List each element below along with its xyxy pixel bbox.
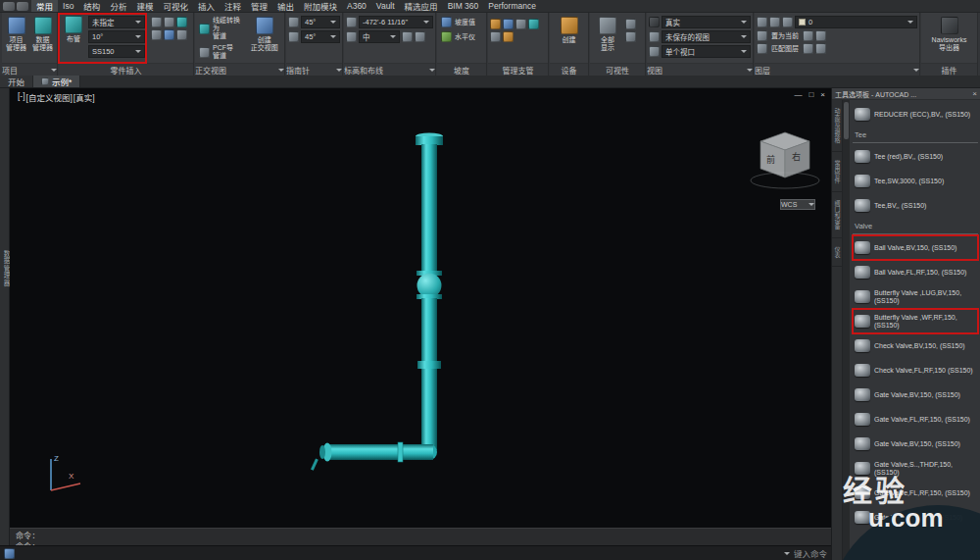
palette-item[interactable]: Check Valve,FL,RF,150 (SS150) bbox=[853, 358, 978, 382]
palette-item[interactable]: Gate Valve,BV,150, (SS150) bbox=[853, 382, 978, 407]
scrollbar-thumb[interactable] bbox=[844, 102, 849, 139]
current-layer-select[interactable]: 0 bbox=[795, 16, 917, 28]
make-current-button[interactable]: 置为当前 bbox=[769, 31, 801, 41]
end-valve[interactable] bbox=[311, 443, 331, 471]
palette-item[interactable]: Butterfly Valve ,LUG,BV,150, (SS150) bbox=[853, 284, 978, 309]
top-flange[interactable] bbox=[416, 133, 443, 146]
ribbon-tab[interactable]: 精选应用 bbox=[400, 0, 443, 12]
restore-icon[interactable]: □ bbox=[808, 90, 813, 99]
palette-tab[interactable]: 仪表 bbox=[832, 238, 842, 267]
insert-tee-icon[interactable] bbox=[164, 17, 174, 27]
close-icon[interactable]: × bbox=[820, 90, 825, 99]
layer-off-icon[interactable] bbox=[803, 43, 813, 54]
pipe-spec-select[interactable]: SS150 bbox=[88, 45, 145, 58]
line-number-select[interactable]: 未指定 bbox=[88, 16, 145, 28]
command-line[interactable]: 键入命令 bbox=[0, 545, 831, 560]
pipe-coupling[interactable] bbox=[417, 361, 441, 369]
ribbon-tab[interactable]: BIM 360 bbox=[443, 0, 484, 12]
data-manager-button[interactable]: 数据 管理器 bbox=[30, 16, 55, 52]
hide-icon[interactable] bbox=[625, 19, 636, 29]
isolate-icon[interactable] bbox=[625, 31, 636, 42]
palette-item[interactable]: Gate Valve,BV,150, (SS150) bbox=[853, 432, 978, 456]
panel-label-slope[interactable]: 坡度 bbox=[437, 63, 486, 76]
create-ortho-view-button[interactable]: 创建 正交视图 bbox=[246, 16, 282, 52]
ribbon-tab[interactable]: 管理 bbox=[246, 0, 272, 12]
panel-label-part-insert[interactable]: 零件插入 bbox=[59, 63, 193, 76]
visual-style-select[interactable]: 真实 bbox=[662, 16, 751, 28]
make-current-icon[interactable] bbox=[757, 30, 767, 41]
layer-lock-icon[interactable] bbox=[815, 43, 826, 54]
app-menu-icon[interactable] bbox=[3, 2, 15, 11]
customize-icon[interactable] bbox=[4, 548, 15, 559]
ribbon-tab[interactable]: A360 bbox=[342, 0, 371, 12]
panel-label-project[interactable]: 项目 bbox=[2, 63, 57, 76]
ribbon-tab[interactable]: Iso bbox=[58, 0, 78, 12]
palette-item[interactable]: Ball Valve,BV,150, (SS150) bbox=[853, 235, 978, 260]
viewcube[interactable]: 前 右 bbox=[749, 124, 831, 202]
ribbon-tab[interactable]: 插入 bbox=[193, 0, 220, 12]
ribbon-tab[interactable]: 结构 bbox=[78, 0, 105, 12]
panel-label-layers[interactable]: 图层 bbox=[755, 63, 919, 76]
viewport-config-select[interactable]: 单个视口 bbox=[662, 45, 751, 58]
ribbon-tab[interactable]: 建模 bbox=[131, 0, 158, 12]
tool-palette-header[interactable]: 工具选项板 - AUTOCAD ... × bbox=[832, 88, 980, 100]
routing-mode-select[interactable]: 中 bbox=[359, 30, 400, 43]
workspace-icon[interactable] bbox=[17, 2, 28, 11]
project-manager-button[interactable]: 项目 管理器 bbox=[4, 16, 28, 52]
insert-cap-icon[interactable] bbox=[176, 29, 187, 40]
panel-label-visibility[interactable]: 可视性 bbox=[590, 63, 645, 76]
snap-icon[interactable] bbox=[415, 31, 425, 42]
horizontal-pipe[interactable] bbox=[325, 444, 433, 460]
drawing-viewport[interactable]: [-] [自定义视图] [真实] — □ × bbox=[10, 88, 831, 560]
layer-freeze-icon[interactable] bbox=[815, 30, 826, 41]
layer-state-icon[interactable] bbox=[769, 17, 780, 27]
palette-item[interactable]: Gate Valve,FL,RF,150, (SS150) bbox=[853, 407, 978, 432]
visual-style-icon[interactable] bbox=[649, 17, 660, 27]
ribbon-tab[interactable]: 分析 bbox=[105, 0, 131, 12]
ribbon-tab[interactable]: 注释 bbox=[220, 0, 246, 12]
pcf-to-pipe-button[interactable]: PCF导 管道 bbox=[197, 43, 244, 61]
ribbon-tab[interactable]: 输出 bbox=[272, 0, 299, 12]
panel-label-plugins[interactable]: 插件 bbox=[921, 63, 977, 76]
match-layer-button[interactable]: 匹配图层 bbox=[769, 44, 801, 54]
palette-item[interactable]: Check Valve,BV,150, (SS150) bbox=[853, 333, 978, 358]
palette-item[interactable]: Tee (red),BV,, (SS150) bbox=[853, 144, 978, 169]
viewport-style-menu[interactable]: [真实] bbox=[74, 91, 95, 103]
panel-label-ortho[interactable]: 正交视图 bbox=[195, 63, 284, 76]
olet-icon[interactable] bbox=[490, 19, 501, 29]
insert-valve-icon[interactable] bbox=[151, 29, 162, 40]
create-equipment-button[interactable]: 创建 bbox=[554, 16, 585, 44]
palette-item[interactable]: Tee,SW,3000, (SS150) bbox=[853, 169, 978, 193]
ribbon-tab[interactable]: Vault bbox=[371, 0, 400, 12]
ribbon-tab[interactable]: 附加模块 bbox=[299, 0, 342, 12]
panel-label-elevation[interactable]: 标高和布线 bbox=[344, 63, 435, 76]
palette-item[interactable]: Butterfly Valve ,WF,RF,150, (SS150) bbox=[853, 309, 978, 333]
convert-line-to-pipe-button[interactable]: 线缆转换为 管道 bbox=[197, 16, 244, 41]
insert-reducer-icon[interactable] bbox=[164, 29, 174, 40]
pipe-model[interactable] bbox=[10, 88, 831, 560]
vertical-pipe-lower[interactable] bbox=[421, 369, 437, 450]
left-dock-strip[interactable]: 数据管理器 bbox=[0, 88, 10, 560]
weld-icon[interactable] bbox=[503, 31, 514, 42]
insert-flange-icon[interactable] bbox=[176, 17, 187, 27]
compass-angle-select-2[interactable]: 45° bbox=[301, 30, 340, 43]
layer-walk-icon[interactable] bbox=[803, 30, 813, 41]
branch-table-icon[interactable] bbox=[515, 19, 526, 29]
compass-angle-select-1[interactable]: 45° bbox=[301, 16, 340, 28]
viewport-view-menu[interactable]: [自定义视图] bbox=[26, 91, 73, 103]
palette-tab[interactable]: 阀门和设备 bbox=[832, 192, 842, 238]
minimize-icon[interactable]: — bbox=[794, 90, 802, 99]
panel-label-compass[interactable]: 指南针 bbox=[286, 63, 342, 76]
snap-angle-icon[interactable] bbox=[288, 31, 299, 42]
support-icon[interactable] bbox=[490, 31, 501, 42]
lock-elevation-icon[interactable] bbox=[346, 17, 357, 27]
vertical-pipe-upper[interactable] bbox=[421, 144, 437, 274]
panel-label-equipment[interactable]: 设备 bbox=[550, 63, 588, 76]
ribbon-tab[interactable]: Performance bbox=[483, 0, 541, 12]
routing-options-icon[interactable] bbox=[346, 31, 357, 42]
panel-label-branch[interactable]: 管理支管 bbox=[488, 63, 548, 76]
palette-item[interactable]: REDUCER (ECC),BV,, (SS150) bbox=[853, 102, 978, 127]
named-view-icon[interactable] bbox=[649, 31, 660, 42]
pipe-size-select[interactable]: 10° bbox=[88, 30, 145, 43]
level-button[interactable]: 水平仪 bbox=[439, 30, 477, 43]
